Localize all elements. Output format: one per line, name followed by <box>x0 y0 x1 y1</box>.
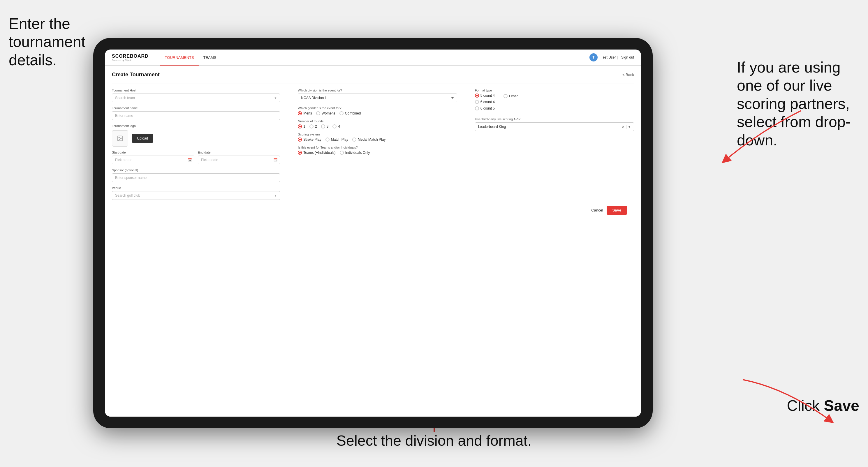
teams-plus-label: Teams (+Individuals) <box>303 151 335 155</box>
start-date-wrapper: 📅 <box>112 156 194 164</box>
navbar-brand: SCOREBOARD Powered by Clippit <box>112 54 149 61</box>
rounds-1[interactable]: 1 <box>298 124 305 128</box>
scoring-group: Scoring system Stroke Play Match Play <box>298 132 457 142</box>
annotation-bottom-right: Click Save <box>787 397 859 414</box>
navbar-signout[interactable]: Sign out <box>621 55 634 59</box>
tournament-host-placeholder: Search team <box>115 96 135 100</box>
live-scoring-select[interactable]: Leaderboard King ✕ | ▼ <box>475 122 634 131</box>
logo-upload-area: Upload <box>112 130 280 147</box>
gender-combined-label: Combined <box>345 111 361 115</box>
tournament-host-search[interactable]: Search team ▼ <box>112 94 280 102</box>
radio-stroke-circle <box>298 137 302 142</box>
rounds-4-label: 4 <box>338 124 340 128</box>
form-grid: Tournament Host Search team ▼ Tournament… <box>112 89 634 200</box>
back-link[interactable]: Back <box>622 72 634 77</box>
nav-tournaments[interactable]: TOURNAMENTS <box>160 50 199 66</box>
rounds-4[interactable]: 4 <box>333 124 340 128</box>
radio-teams-circle <box>298 151 302 155</box>
tournament-name-group: Tournament name <box>112 106 280 120</box>
division-group: Which division is the event for? NCAA Di… <box>298 89 457 102</box>
gender-mens[interactable]: Mens <box>298 111 312 115</box>
rounds-radio-group: 1 2 3 <box>298 124 457 128</box>
tournament-logo-label: Tournament logo <box>112 124 280 128</box>
format-6count4[interactable]: 6 count 4 <box>475 100 495 104</box>
sponsor-group: Sponsor (optional) <box>112 168 280 182</box>
format-6count5[interactable]: 6 count 5 <box>475 106 495 111</box>
format-5count4[interactable]: 5 count 4 <box>475 94 495 98</box>
tournament-name-input[interactable] <box>112 111 280 120</box>
format-type-container: 5 count 4 6 count 4 6 coun <box>475 94 634 111</box>
format-options-list: 5 count 4 6 count 4 6 coun <box>475 94 495 111</box>
format-type-label: Format type <box>475 89 634 92</box>
format-other-label: Other <box>509 94 518 98</box>
radio-match-circle <box>326 137 330 142</box>
gender-womens-label: Womens <box>322 111 335 115</box>
tablet-screen: SCOREBOARD Powered by Clippit TOURNAMENT… <box>105 50 641 416</box>
rounds-group: Number of rounds 1 2 <box>298 119 457 128</box>
venue-chevron-icon: ▼ <box>274 194 277 197</box>
format-6count4-label: 6 count 4 <box>480 100 495 104</box>
scoring-stroke-label: Stroke Play <box>303 137 321 142</box>
gender-radio-group: Mens Womens Combined <box>298 111 457 115</box>
live-scoring-chevron-icon[interactable]: ▼ <box>628 125 631 128</box>
teams-plus-individuals[interactable]: Teams (+Individuals) <box>298 151 335 155</box>
form-column-1: Tournament Host Search team ▼ Tournament… <box>112 89 280 200</box>
division-select[interactable]: NCAA Division I <box>298 94 457 102</box>
scoring-medal[interactable]: Medal Match Play <box>352 137 385 142</box>
venue-search[interactable]: Search golf club ▼ <box>112 191 280 200</box>
teams-group: Is this event for Teams and/or Individua… <box>298 146 457 155</box>
scoring-match-label: Match Play <box>331 137 348 142</box>
gender-mens-label: Mens <box>303 111 312 115</box>
annotation-bottom-center: Select the division and format. <box>337 432 532 449</box>
end-date-group: End date 📅 <box>198 151 280 164</box>
rounds-2-label: 2 <box>315 124 317 128</box>
venue-label: Venue <box>112 186 280 190</box>
radio-round3-circle <box>321 124 325 128</box>
svg-point-1 <box>119 137 120 138</box>
tablet-frame: SCOREBOARD Powered by Clippit TOURNAMENT… <box>93 38 653 428</box>
form-footer: Cancel Save <box>112 203 634 217</box>
nav-teams[interactable]: TEAMS <box>199 50 221 66</box>
division-label: Which division is the event for? <box>298 89 457 92</box>
radio-other-circle <box>503 94 507 98</box>
page-header: Create Tournament Back <box>112 72 634 78</box>
live-scoring-label: Use third-party live scoring API? <box>475 117 634 121</box>
radio-round1-circle <box>298 124 302 128</box>
format-other[interactable]: Other <box>503 94 518 98</box>
rounds-2[interactable]: 2 <box>309 124 317 128</box>
upload-button[interactable]: Upload <box>132 134 153 143</box>
form-wrapper: Tournament Host Search team ▼ Tournament… <box>112 89 634 217</box>
tournament-host-group: Tournament Host Search team ▼ <box>112 89 280 102</box>
start-date-input[interactable] <box>112 156 194 164</box>
radio-medal-circle <box>352 137 356 142</box>
scoring-radio-group: Stroke Play Match Play Medal Match Play <box>298 137 457 142</box>
cancel-button[interactable]: Cancel <box>591 208 603 212</box>
dates-group: Start date 📅 End date <box>112 151 280 164</box>
gender-womens[interactable]: Womens <box>316 111 335 115</box>
gender-label: Which gender is the event for? <box>298 106 457 110</box>
radio-womens-circle <box>316 111 320 115</box>
scoring-stroke[interactable]: Stroke Play <box>298 137 321 142</box>
navbar-links: TOURNAMENTS TEAMS <box>160 50 221 65</box>
navbar-right: T Test User | Sign out <box>589 53 634 61</box>
save-button[interactable]: Save <box>607 206 627 215</box>
individuals-only-label: Individuals Only <box>345 151 370 155</box>
radio-5count4-circle <box>475 94 479 98</box>
gender-group: Which gender is the event for? Mens Wome… <box>298 106 457 115</box>
annotation-top-right: If you are using one of our live scoring… <box>737 58 859 149</box>
end-date-wrapper: 📅 <box>198 156 280 164</box>
scoring-match[interactable]: Match Play <box>326 137 348 142</box>
logo-placeholder <box>112 130 128 147</box>
end-date-input[interactable] <box>198 156 280 164</box>
rounds-3[interactable]: 3 <box>321 124 329 128</box>
sponsor-label: Sponsor (optional) <box>112 168 280 172</box>
teams-radio-group: Teams (+Individuals) Individuals Only <box>298 151 457 155</box>
tournament-logo-group: Tournament logo <box>112 124 280 147</box>
clear-live-scoring-icon[interactable]: ✕ <box>622 125 624 129</box>
separator-icon: | <box>626 124 627 129</box>
radio-individuals-circle <box>340 151 344 155</box>
gender-combined[interactable]: Combined <box>339 111 361 115</box>
sponsor-input[interactable] <box>112 173 280 182</box>
radio-combined-circle <box>339 111 344 115</box>
individuals-only[interactable]: Individuals Only <box>340 151 370 155</box>
